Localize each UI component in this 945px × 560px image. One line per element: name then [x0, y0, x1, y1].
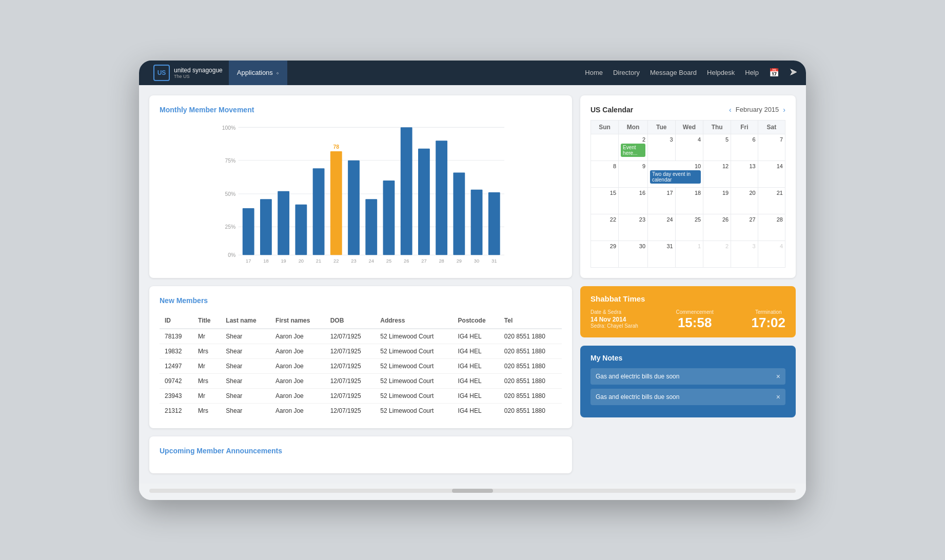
calendar-month: February 2015: [736, 106, 779, 113]
logout-icon[interactable]: ⮞: [790, 68, 798, 77]
cal-day[interactable]: 14: [758, 161, 785, 187]
table-cell-dob: 12/07/1925: [325, 403, 376, 418]
next-month-button[interactable]: ›: [783, 106, 785, 114]
cal-day[interactable]: 23: [619, 214, 648, 241]
cal-day-other[interactable]: 3: [731, 241, 758, 267]
cal-day[interactable]: 18: [675, 187, 703, 214]
cal-day[interactable]: 19: [703, 187, 731, 214]
event-blue[interactable]: Two day event in calendar: [650, 170, 701, 184]
table-cell-title: Mrs: [193, 403, 221, 418]
svg-text:24: 24: [369, 258, 374, 263]
table-cell-tel: 020 8551 1880: [499, 329, 562, 344]
cal-day-other[interactable]: 4: [758, 241, 785, 267]
table-cell-title: Mr: [193, 388, 221, 403]
table-row[interactable]: 78139MrShearAaron Joe12/07/192552 Limewo…: [160, 329, 562, 344]
bar-28: [436, 141, 447, 255]
cal-day[interactable]: 8: [591, 161, 619, 187]
cal-day[interactable]: 2Event here...: [619, 134, 648, 161]
brand: US united synagogue The US: [147, 61, 229, 85]
col-id: ID: [160, 313, 193, 329]
cal-day-other[interactable]: 2: [703, 241, 731, 267]
bar-21: [313, 168, 325, 255]
cal-day[interactable]: 22: [591, 214, 619, 241]
cal-day[interactable]: 27: [731, 214, 758, 241]
table-row[interactable]: 09742MrsShearAaron Joe12/07/192552 Limew…: [160, 373, 562, 388]
svg-text:17: 17: [246, 258, 251, 263]
message-board-link[interactable]: Message Board: [650, 69, 697, 76]
bar-23: [348, 160, 360, 255]
help-link[interactable]: Help: [745, 69, 759, 76]
cal-day[interactable]: 26: [703, 214, 731, 241]
home-link[interactable]: Home: [585, 69, 603, 76]
col-firstname: First names: [270, 313, 325, 329]
chart-title: Monthly Member Movement: [160, 106, 562, 114]
table-row[interactable]: 23943MrShearAaron Joe12/07/192552 Limewo…: [160, 388, 562, 403]
event-green[interactable]: Event here...: [621, 144, 645, 157]
table-cell-first: Aaron Joe: [270, 403, 325, 418]
cal-day-other[interactable]: 1: [675, 241, 703, 267]
table-cell-tel: 020 8551 1880: [499, 358, 562, 373]
helpdesk-link[interactable]: Helpdesk: [707, 69, 735, 76]
cal-day[interactable]: 24: [648, 214, 676, 241]
cal-day[interactable]: 31: [648, 241, 676, 267]
col-mon: Mon: [619, 120, 648, 134]
applications-tab[interactable]: Applications ⬦: [229, 61, 287, 85]
table-cell-postcode: IG4 HEL: [453, 373, 499, 388]
bar-27: [418, 148, 430, 254]
bar-24: [365, 199, 377, 255]
table-cell-last: Shear: [221, 388, 270, 403]
scrollbar[interactable]: [149, 489, 796, 493]
calendar-icon[interactable]: 📅: [769, 68, 779, 77]
cal-day[interactable]: 13: [731, 161, 758, 187]
cal-day[interactable]: 20: [731, 187, 758, 214]
cal-day[interactable]: 7: [758, 134, 785, 161]
cal-day[interactable]: 17: [648, 187, 676, 214]
table-cell-address: 52 Limewood Court: [375, 388, 452, 403]
col-address: Address: [375, 313, 452, 329]
cal-day[interactable]: 6: [731, 134, 758, 161]
note-delete-button[interactable]: ×: [776, 393, 780, 401]
cal-day[interactable]: 4: [675, 134, 703, 161]
svg-text:100%: 100%: [222, 125, 236, 130]
table-cell-first: Aaron Joe: [270, 373, 325, 388]
cal-day[interactable]: 5: [703, 134, 731, 161]
table-row[interactable]: 19832MrsShearAaron Joe12/07/192552 Limew…: [160, 344, 562, 358]
cal-day[interactable]: 12: [703, 161, 731, 187]
table-row[interactable]: 12497MrShearAaron Joe12/07/192552 Limewo…: [160, 358, 562, 373]
calendar-row-5: 29 30 31 1 2 3 4: [591, 241, 785, 267]
notes-list: Gas and electric bills due soon×Gas and …: [590, 368, 785, 405]
cal-day[interactable]: 16: [619, 187, 648, 214]
col-fri: Fri: [731, 120, 758, 134]
shabbat-date-sedra: Date & Sedra 14 Nov 2014 Sedra: Chayel S…: [590, 309, 638, 329]
chevron-icon: ⬦: [276, 70, 279, 75]
cal-day[interactable]: 28: [758, 214, 785, 241]
shabbat-sedra: Sedra: Chayel Sarah: [590, 323, 638, 329]
cal-day[interactable]: 25: [675, 214, 703, 241]
main-content: Monthly Member Movement 100% 75% 50% 25%…: [139, 85, 806, 484]
table-cell-first: Aaron Joe: [270, 344, 325, 358]
cal-day[interactable]: 30: [619, 241, 648, 267]
termination-label: Termination: [751, 309, 785, 315]
table-cell-first: Aaron Joe: [270, 388, 325, 403]
note-text: Gas and electric bills due soon: [596, 373, 679, 380]
col-thu: Thu: [703, 120, 731, 134]
cal-day[interactable]: 29: [591, 241, 619, 267]
shabbat-termination: Termination 17:02: [751, 309, 785, 329]
cal-day[interactable]: 15: [591, 187, 619, 214]
directory-link[interactable]: Directory: [613, 69, 640, 76]
note-delete-button[interactable]: ×: [776, 372, 780, 381]
svg-text:22: 22: [333, 258, 339, 263]
shabbat-commencement: Commencement 15:58: [676, 309, 713, 329]
scrollbar-area: [139, 484, 806, 500]
table-cell-title: Mrs: [193, 373, 221, 388]
notes-card: My Notes Gas and electric bills due soon…: [580, 346, 796, 417]
cal-day[interactable]: 9: [619, 161, 648, 187]
table-cell-tel: 020 8551 1880: [499, 373, 562, 388]
cal-day[interactable]: 3: [648, 134, 676, 161]
cal-day[interactable]: 21: [758, 187, 785, 214]
scrollbar-thumb[interactable]: [452, 489, 493, 493]
cal-day-event[interactable]: 10 Two day event in calendar: [648, 161, 703, 187]
cal-day[interactable]: [591, 134, 619, 161]
table-row[interactable]: 21312MrsShearAaron Joe12/07/192552 Limew…: [160, 403, 562, 418]
prev-month-button[interactable]: ‹: [729, 106, 732, 114]
